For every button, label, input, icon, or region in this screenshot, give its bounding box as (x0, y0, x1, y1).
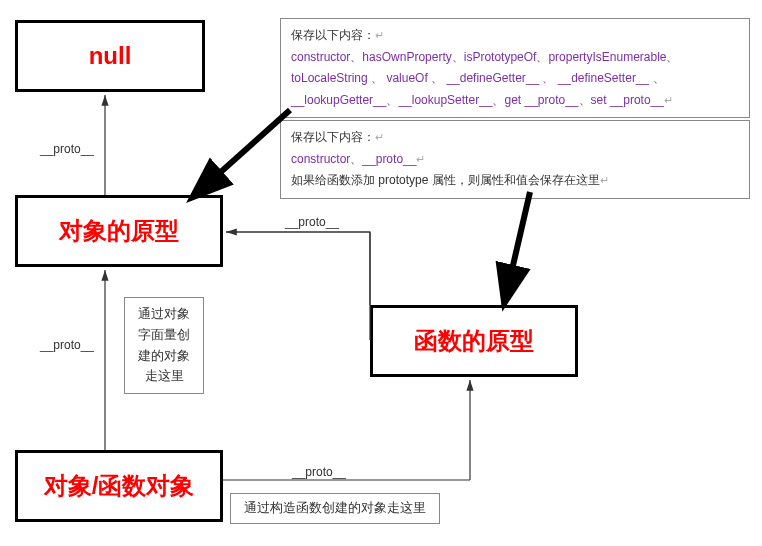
object-prototype-label: 对象的原型 (59, 215, 179, 247)
thick-arrow-info1 (195, 110, 290, 195)
info1-line2: constructor、hasOwnProperty、isPrototypeOf… (291, 50, 679, 64)
info1-line3: toLocaleString 、 valueOf 、 __defineGette… (291, 71, 665, 85)
info2-line2: constructor、__proto__ (291, 152, 416, 166)
function-prototype-label: 函数的原型 (414, 325, 534, 357)
note-constructor-box: 通过构造函数创建的对象走这里 (230, 493, 440, 524)
proto-label-1: __proto__ (40, 142, 94, 156)
proto-label-4: __proto__ (292, 465, 346, 479)
note-literal-box: 通过对象字面量创建的对象走这里 (124, 297, 204, 394)
proto-label-3: __proto__ (285, 215, 339, 229)
thick-arrow-info2 (505, 192, 530, 300)
note-constructor-text: 通过构造函数创建的对象走这里 (244, 500, 426, 515)
object-function-object-label: 对象/函数对象 (44, 470, 195, 502)
info2-line1: 保存以下内容： (291, 130, 375, 144)
info1-line1: 保存以下内容： (291, 28, 375, 42)
proto-label-2: __proto__ (40, 338, 94, 352)
object-function-object-box: 对象/函数对象 (15, 450, 223, 522)
info-box-bottom: 保存以下内容：↵ constructor、__proto__↵ 如果给函数添加 … (280, 120, 750, 199)
arrow-funcproto-to-objproto-path (226, 232, 370, 340)
note-literal-text: 通过对象字面量创建的对象走这里 (138, 306, 190, 383)
function-prototype-box: 函数的原型 (370, 305, 578, 377)
object-prototype-box: 对象的原型 (15, 195, 223, 267)
null-box: null (15, 20, 205, 92)
info1-line4: __lookupGetter__、__lookupSetter__、get __… (291, 93, 664, 107)
null-label: null (89, 42, 132, 70)
info2-line3: 如果给函数添加 prototype 属性，则属性和值会保存在这里 (291, 173, 600, 187)
info-box-top: 保存以下内容：↵ constructor、hasOwnProperty、isPr… (280, 18, 750, 118)
